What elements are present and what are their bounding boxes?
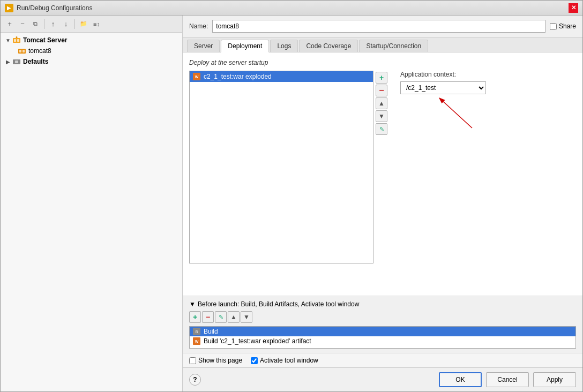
- sort-button[interactable]: ≡↕: [91, 18, 102, 30]
- help-button[interactable]: ?: [189, 374, 201, 386]
- bottom-options: Show this page Activate tool window: [183, 353, 582, 367]
- window-icon: ▶: [5, 4, 13, 12]
- copy-config-button[interactable]: ⧉: [29, 18, 41, 30]
- deploy-down-button[interactable]: ▼: [376, 110, 387, 122]
- svg-point-3: [16, 36, 18, 38]
- window-title: Run/Debug Configurations: [17, 4, 569, 12]
- tab-content-deployment: Deploy at the server startup W c2_1_test…: [183, 52, 582, 296]
- before-launch-list: B Build W Build 'c2_1_test:war exploded'…: [189, 326, 576, 349]
- before-launch-up-button[interactable]: ▲: [228, 311, 240, 323]
- before-launch-title[interactable]: ▼ Before launch: Build, Build Artifacts,…: [189, 300, 576, 308]
- deploy-area: W c2_1_test:war exploded + − ▲ ▼ ✎: [189, 71, 576, 263]
- war-icon-2: W: [193, 337, 200, 345]
- build-icon-1: B: [193, 328, 200, 335]
- deploy-list: W c2_1_test:war exploded: [189, 71, 373, 263]
- name-row: Name: Share: [183, 16, 582, 37]
- before-launch-item-1-label: Build: [204, 328, 218, 335]
- activate-window-option: Activate tool window: [251, 357, 318, 364]
- tree-area: ▼ Tomcat Server: [1, 33, 182, 391]
- before-launch-remove-button[interactable]: −: [202, 311, 214, 323]
- tree-item-tomcat8[interactable]: tomcat8: [3, 46, 180, 56]
- deploy-item-label: c2_1_test:war exploded: [204, 73, 272, 80]
- tree-item-defaults[interactable]: ▶ Defaults: [3, 56, 180, 67]
- name-label: Name:: [189, 22, 208, 30]
- share-label: Share: [559, 22, 576, 30]
- tab-logs[interactable]: Logs: [270, 40, 298, 52]
- defaults-label: Defaults: [23, 58, 48, 65]
- activate-window-label: Activate tool window: [260, 357, 318, 364]
- show-page-option: Show this page: [189, 357, 242, 364]
- move-up-button[interactable]: ↑: [47, 18, 59, 30]
- deploy-list-controls: + − ▲ ▼ ✎: [376, 71, 387, 263]
- war-icon: W: [193, 73, 200, 80]
- add-config-button[interactable]: +: [4, 18, 16, 30]
- button-row: ? OK Cancel Apply: [183, 367, 582, 391]
- svg-rect-2: [17, 39, 19, 42]
- before-launch-edit-button[interactable]: ✎: [215, 311, 227, 323]
- main-content: + − ⧉ ↑ ↓ 📁 ≡↕: [1, 16, 582, 391]
- close-button[interactable]: ✕: [569, 3, 578, 13]
- svg-rect-1: [14, 39, 16, 42]
- toolbar-sep-1: [44, 19, 44, 29]
- tree-toggle-defaults: ▶: [5, 58, 11, 65]
- svg-rect-8: [15, 61, 18, 63]
- show-page-label: Show this page: [198, 357, 242, 364]
- app-context-select[interactable]: /c2_1_test//app: [400, 81, 486, 94]
- deploy-up-button[interactable]: ▲: [376, 97, 387, 109]
- deploy-section-title: Deploy at the server startup: [189, 59, 576, 66]
- deploy-list-item[interactable]: W c2_1_test:war exploded: [190, 71, 373, 82]
- tomcat-server-label: Tomcat Server: [23, 36, 67, 44]
- tree-item-tomcat-server[interactable]: ▼ Tomcat Server: [3, 35, 180, 46]
- cancel-button[interactable]: Cancel: [486, 372, 529, 387]
- deploy-remove-button[interactable]: −: [376, 85, 387, 96]
- svg-rect-6: [23, 50, 25, 52]
- tab-server[interactable]: Server: [187, 40, 220, 52]
- before-launch-item-2[interactable]: W Build 'c2_1_test:war exploded' artifac…: [190, 336, 575, 346]
- app-context-label: Application context:: [400, 71, 576, 78]
- apply-button[interactable]: Apply: [533, 372, 576, 387]
- tab-startup-connection[interactable]: Startup/Connection: [359, 40, 428, 52]
- before-launch-item-1[interactable]: B Build: [190, 327, 575, 336]
- tabs-bar: Server Deployment Logs Code Coverage Sta…: [183, 37, 582, 52]
- before-launch-section: ▼ Before launch: Build, Build Artifacts,…: [183, 296, 582, 353]
- show-page-checkbox[interactable]: [189, 357, 196, 364]
- app-context-area: Application context: /c2_1_test//app: [392, 71, 576, 263]
- before-launch-toggle: ▼: [189, 300, 196, 308]
- deploy-list-container: W c2_1_test:war exploded + − ▲ ▼ ✎: [189, 71, 387, 263]
- before-launch-item-2-label: Build 'c2_1_test:war exploded' artifact: [204, 337, 311, 345]
- tab-deployment[interactable]: Deployment: [221, 40, 269, 52]
- deploy-add-button[interactable]: +: [376, 72, 387, 84]
- before-launch-toolbar: + − ✎ ▲ ▼: [189, 311, 576, 323]
- svg-line-9: [440, 99, 472, 128]
- left-toolbar: + − ⧉ ↑ ↓ 📁 ≡↕: [1, 16, 182, 33]
- annotation-arrows: [365, 85, 582, 257]
- before-launch-add-button[interactable]: +: [189, 311, 201, 323]
- tomcat8-icon: [18, 47, 26, 55]
- tomcat-server-icon: [12, 36, 21, 44]
- tree-toggle-tomcat-server: ▼: [5, 37, 11, 43]
- left-panel: + − ⧉ ↑ ↓ 📁 ≡↕: [1, 16, 183, 391]
- toolbar-sep-2: [74, 19, 75, 29]
- svg-rect-5: [19, 50, 21, 52]
- title-bar: ▶ Run/Debug Configurations ✕: [1, 1, 582, 16]
- remove-config-button[interactable]: −: [17, 18, 28, 30]
- run-debug-configurations-dialog: ▶ Run/Debug Configurations ✕ + − ⧉ ↑ ↓: [0, 0, 583, 392]
- share-area: Share: [550, 22, 576, 30]
- share-checkbox[interactable]: [550, 23, 557, 30]
- move-down-button[interactable]: ↓: [60, 18, 72, 30]
- right-panel: Name: Share Server Deployment Logs: [183, 16, 582, 391]
- name-input[interactable]: [212, 20, 545, 33]
- tab-code-coverage[interactable]: Code Coverage: [299, 40, 358, 52]
- activate-window-checkbox[interactable]: [251, 357, 258, 364]
- deploy-edit-button[interactable]: ✎: [376, 123, 387, 135]
- before-launch-down-button[interactable]: ▼: [241, 311, 252, 323]
- defaults-icon: [12, 57, 21, 66]
- tomcat8-label: tomcat8: [28, 47, 51, 55]
- before-launch-label: Before launch: Build, Build Artifacts, A…: [198, 300, 360, 308]
- folder-button[interactable]: 📁: [78, 18, 89, 30]
- ok-button[interactable]: OK: [439, 372, 482, 387]
